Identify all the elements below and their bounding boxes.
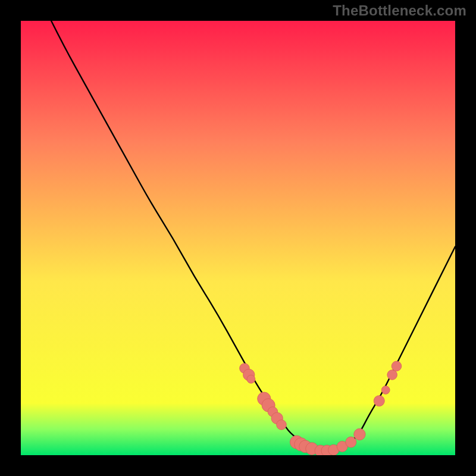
- data-marker: [392, 361, 402, 371]
- data-marker: [381, 386, 390, 394]
- bottleneck-chart: [21, 21, 455, 455]
- data-marker: [247, 375, 255, 383]
- data-marker: [346, 437, 356, 447]
- data-marker: [277, 420, 287, 430]
- chart-frame: TheBottleneck.com: [0, 0, 476, 476]
- data-marker: [354, 428, 365, 440]
- watermark-text: TheBottleneck.com: [333, 2, 466, 19]
- data-marker: [374, 396, 384, 406]
- data-marker: [387, 370, 397, 380]
- plot-area: [21, 21, 455, 455]
